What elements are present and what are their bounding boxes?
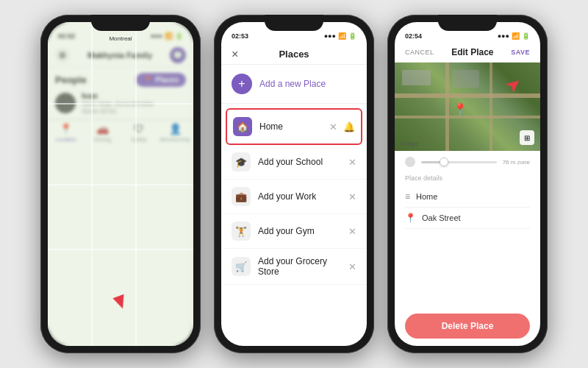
remove-home-icon[interactable]: ✕ bbox=[329, 121, 337, 132]
remove-work-icon[interactable]: ✕ bbox=[348, 191, 356, 202]
grocery-place-item[interactable]: 🛒 Add your Grocery Store ✕ bbox=[221, 249, 367, 285]
delete-place-wrap: Delete Place bbox=[395, 305, 540, 346]
grocery-label: Add your Grocery Store bbox=[258, 256, 341, 277]
add-place-label: Add a new Place bbox=[259, 79, 326, 89]
gym-icon: 🏋 bbox=[232, 222, 251, 241]
home-place-item-highlighted[interactable]: 🏠 Home ✕ 🔔 bbox=[226, 108, 362, 145]
grocery-icon: 🛒 bbox=[232, 257, 251, 276]
school-icon: 🎓 bbox=[232, 152, 251, 171]
bell-icon[interactable]: 🔔 bbox=[343, 121, 355, 132]
map-city-label: Montreal bbox=[109, 35, 132, 42]
remove-grocery-icon[interactable]: ✕ bbox=[348, 261, 356, 272]
place-address-row[interactable]: 📍 Oak Street bbox=[405, 208, 530, 229]
places-header: × Places bbox=[221, 43, 367, 65]
map-layers-icon[interactable]: ⊞ bbox=[520, 130, 534, 145]
zone-label: 76 m zone bbox=[503, 159, 530, 166]
place-name-row[interactable]: ≡ Home bbox=[405, 186, 530, 208]
places-title: Places bbox=[279, 49, 309, 60]
places-screen: × Places + Add a new Place 🏠 Home ✕ 🔔 bbox=[221, 43, 367, 346]
close-icon[interactable]: × bbox=[232, 48, 238, 61]
location-pin-icon: 📍 bbox=[405, 213, 416, 223]
gym-label: Add your Gym bbox=[258, 226, 341, 236]
place-type-icon: ≡ bbox=[405, 191, 410, 202]
add-place-icon: + bbox=[232, 74, 252, 94]
phone-3: 02:54 ●●● 📶 🔋 CANCEL Edit Place SAVE bbox=[387, 15, 548, 353]
work-icon: 💼 bbox=[232, 187, 251, 206]
phone-1: 02:52 ●●● 📶 🔋 ⚙ Makhynia Family 💬 Montre… bbox=[40, 15, 201, 353]
remove-school-icon[interactable]: ✕ bbox=[348, 157, 356, 168]
place-address-value: Oak Street bbox=[422, 213, 461, 222]
place-details-section: Place details ≡ Home 📍 Oak Street bbox=[395, 170, 540, 305]
edit-place-header: CANCEL Edit Place SAVE bbox=[395, 43, 540, 63]
notch-2 bbox=[265, 15, 323, 31]
edit-map-view[interactable]: 📍 ➤ © Maps ⊞ bbox=[395, 63, 540, 151]
work-place-item[interactable]: 💼 Add your Work ✕ bbox=[221, 180, 367, 214]
radius-control: 76 m zone bbox=[395, 151, 540, 170]
map-location-pin: 📍 bbox=[453, 102, 467, 116]
radius-min-icon bbox=[405, 157, 415, 167]
school-label: Add your School bbox=[258, 157, 341, 167]
map-attribution-label: © Maps bbox=[401, 141, 418, 146]
notch-3 bbox=[438, 15, 497, 31]
edit-place-screen: CANCEL Edit Place SAVE 📍 ➤ bbox=[395, 43, 540, 346]
add-new-place-row[interactable]: + Add a new Place bbox=[221, 65, 367, 104]
time-2: 02:53 bbox=[232, 32, 248, 40]
place-name-value: Home bbox=[416, 192, 437, 201]
gym-place-item[interactable]: 🏋 Add your Gym ✕ bbox=[221, 214, 367, 249]
save-button[interactable]: SAVE bbox=[511, 49, 530, 56]
edit-place-title: Edit Place bbox=[451, 47, 493, 57]
home-icon: 🏠 bbox=[233, 117, 252, 136]
place-details-heading: Place details bbox=[405, 174, 530, 182]
work-label: Add your Work bbox=[258, 191, 341, 202]
home-label: Home bbox=[259, 121, 322, 132]
remove-gym-icon[interactable]: ✕ bbox=[348, 226, 356, 237]
time-3: 02:54 bbox=[405, 32, 422, 40]
delete-place-button[interactable]: Delete Place bbox=[405, 314, 530, 339]
radius-slider[interactable] bbox=[421, 161, 497, 163]
school-place-item[interactable]: 🎓 Add your School ✕ bbox=[221, 145, 367, 180]
notch-1 bbox=[91, 15, 150, 31]
cancel-button[interactable]: CANCEL bbox=[405, 49, 434, 56]
phone-2: 02:53 ●●● 📶 🔋 × Places + Add a new Place bbox=[214, 15, 374, 353]
